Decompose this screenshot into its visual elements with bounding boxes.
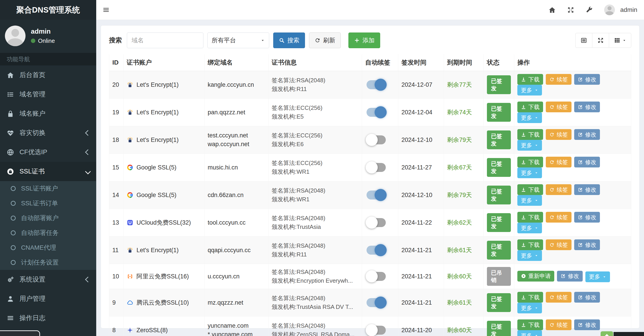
download-icon	[521, 295, 526, 300]
edit-button[interactable]: 修改	[574, 292, 600, 303]
edit-button[interactable]: 修改	[574, 319, 600, 330]
auto-renew-toggle[interactable]	[366, 298, 386, 307]
sidebar-item-user[interactable]: 用户管理	[0, 289, 96, 308]
more-button[interactable]: 更多	[517, 140, 542, 151]
tools-button[interactable]	[586, 6, 593, 14]
sidebar-subitem-1[interactable]: SSL证书订单	[0, 196, 96, 211]
edit-button[interactable]: 修改	[574, 129, 600, 140]
navbar-username[interactable]: admin	[620, 6, 637, 14]
add-button[interactable]: 添加	[348, 33, 380, 48]
auto-renew-toggle[interactable]	[366, 163, 386, 172]
cert-algo-line: 签名算法:RSA(2048)	[272, 241, 359, 250]
renew-button[interactable]: 续签	[546, 292, 572, 303]
issue-date: 2024-12-04	[402, 109, 432, 116]
more-button[interactable]: 更多	[517, 195, 542, 206]
sidebar-item-ssl[interactable]: SSL证书	[0, 162, 96, 181]
edit-button[interactable]: 修改	[574, 102, 600, 112]
download-button-label: 下载	[528, 103, 540, 111]
user-status[interactable]: Online	[31, 38, 55, 44]
edit-button[interactable]: 修改	[574, 212, 600, 223]
platform-select[interactable]: 所有平台	[208, 33, 269, 48]
renew-button[interactable]: 续签	[546, 157, 572, 167]
renew-button[interactable]: 续签	[546, 184, 572, 195]
search-label: 搜索	[109, 36, 122, 45]
edit-button[interactable]: 修改	[557, 271, 583, 281]
download-button-label: 下载	[528, 158, 540, 166]
edit-button[interactable]: 修改	[574, 74, 600, 85]
download-button[interactable]: 下载	[517, 239, 543, 250]
renew-button[interactable]: 续签	[546, 319, 572, 330]
columns-button[interactable]	[609, 33, 631, 48]
download-button[interactable]: 下载	[517, 74, 543, 85]
auto-renew-toggle[interactable]	[366, 135, 386, 144]
renew-button[interactable]: 续签	[546, 129, 572, 140]
download-button[interactable]: 下载	[517, 292, 543, 303]
auto-renew-toggle[interactable]	[366, 246, 386, 255]
user-status-label: Online	[38, 38, 55, 44]
back-to-top-button[interactable]	[600, 331, 613, 336]
more-button[interactable]: 更多	[517, 112, 542, 123]
cell-actions: 下载续签修改更多	[514, 99, 631, 126]
sidebar-item-globe[interactable]: CF优选IP	[0, 142, 96, 162]
refresh-button[interactable]: 刷新	[309, 33, 341, 48]
auto-renew-toggle[interactable]	[366, 191, 386, 200]
auto-renew-toggle[interactable]	[366, 326, 386, 335]
more-button[interactable]: 更多	[517, 303, 542, 313]
sidebar-subitem-4[interactable]: CNAME代理	[0, 240, 96, 255]
issue-date: 2024-11-21	[402, 299, 432, 306]
reapply-button[interactable]: 重新申请	[517, 271, 554, 281]
download-button[interactable]: 下载	[517, 212, 543, 223]
cell-auto-renew	[362, 126, 398, 154]
sidebar-section-label: 功能导航	[0, 53, 96, 65]
download-button[interactable]: 下载	[517, 319, 543, 330]
cell-account: UCloud免费SSL(32)	[124, 209, 204, 237]
home-button[interactable]	[548, 6, 556, 14]
sidebar-item-gears[interactable]: 系统设置	[0, 270, 96, 289]
sidebar-item-lock[interactable]: 域名账户	[0, 104, 96, 123]
edit-button[interactable]: 修改	[574, 157, 600, 167]
renew-button[interactable]: 续签	[546, 74, 572, 85]
download-button[interactable]: 下载	[517, 102, 543, 112]
navbar-avatar[interactable]	[604, 5, 615, 15]
sidebar-item-list[interactable]: 域名管理	[0, 85, 96, 104]
sidebar-subitem-5[interactable]: 计划任务设置	[0, 255, 96, 270]
download-button[interactable]: 下载	[517, 184, 543, 195]
more-button[interactable]: 更多	[517, 330, 542, 336]
detail-view-button[interactable]	[575, 33, 592, 48]
renew-button[interactable]: 续签	[546, 212, 572, 223]
col-issue-date: 签发时间	[398, 54, 444, 71]
edit-button[interactable]: 修改	[574, 239, 600, 250]
download-button[interactable]: 下载	[517, 157, 543, 167]
cell-issue-date: 2024-11-22	[398, 209, 444, 237]
sidebar-subitem-3[interactable]: 自动部署任务	[0, 226, 96, 240]
more-button[interactable]: 更多	[517, 167, 542, 178]
search-button[interactable]: 搜索	[273, 33, 305, 48]
renew-button[interactable]: 续签	[546, 102, 572, 112]
cell-id: 15	[109, 154, 124, 181]
renew-button[interactable]: 续签	[546, 239, 572, 250]
sidebar-toggle-button[interactable]	[102, 6, 110, 14]
sidebar-item-log[interactable]: 操作日志	[0, 308, 96, 328]
sidebar-subitem-0[interactable]: SSL证书账户	[0, 181, 96, 196]
fullscreen-button[interactable]	[567, 6, 574, 14]
cert-issuer-line: 颁发机构:E6	[272, 140, 359, 149]
auto-renew-toggle[interactable]	[366, 218, 386, 227]
table-fullscreen-button[interactable]	[592, 33, 609, 48]
sidebar-subitem-2[interactable]: 自动部署账户	[0, 211, 96, 226]
more-button[interactable]: 更多	[585, 271, 610, 282]
auto-renew-toggle[interactable]	[366, 80, 386, 89]
download-button[interactable]: 下载	[517, 129, 543, 140]
expire-days: 剩余77天	[447, 81, 472, 88]
expire-days: 剩余61天	[447, 247, 472, 254]
more-button[interactable]: 更多	[517, 223, 542, 233]
sidebar-item-heartbeat[interactable]: 容灾切换	[0, 123, 96, 142]
download-button-label: 下载	[528, 241, 540, 249]
auto-renew-toggle[interactable]	[366, 108, 386, 117]
sidebar-item-home[interactable]: 后台首页	[0, 65, 96, 85]
edit-button[interactable]: 修改	[574, 184, 600, 195]
col-expire-date: 到期时间	[444, 54, 484, 71]
more-button[interactable]: 更多	[517, 250, 542, 261]
auto-renew-toggle[interactable]	[366, 272, 386, 281]
more-button[interactable]: 更多	[517, 85, 542, 95]
domain-search-input[interactable]	[127, 33, 204, 48]
